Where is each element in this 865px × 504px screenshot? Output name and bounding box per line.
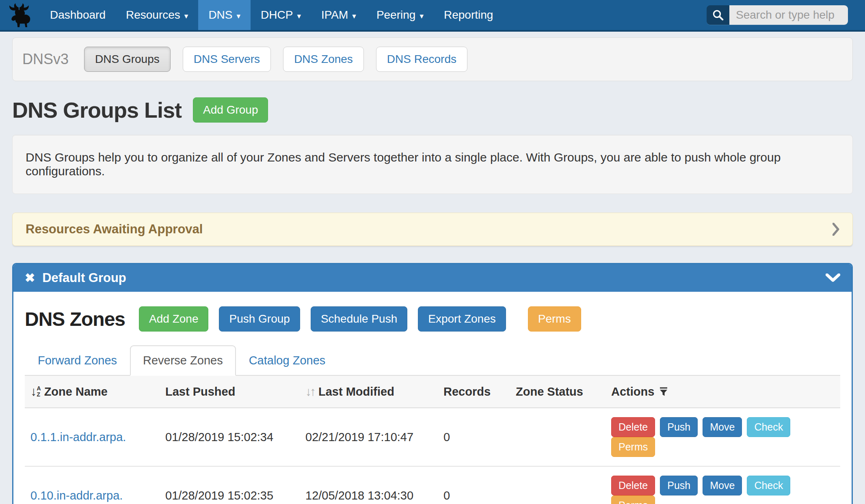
nav-item-dashboard[interactable]: Dashboard bbox=[40, 0, 116, 30]
column-last-modified[interactable]: ↓↑ Last Modified bbox=[300, 376, 438, 408]
filter-icon[interactable] bbox=[659, 387, 668, 397]
dns-zones-heading-row: DNS Zones Add Zone Push Group Schedule P… bbox=[25, 306, 840, 332]
zone-status-cell bbox=[510, 466, 606, 504]
push-zone-button[interactable]: Push bbox=[660, 476, 698, 495]
caret-down-icon: ▾ bbox=[184, 12, 188, 20]
moose-logo[interactable] bbox=[0, 0, 40, 30]
tab-catalog-zones[interactable]: Catalog Zones bbox=[236, 345, 339, 376]
zone-name-cell: 0.1.1.in-addr.arpa. bbox=[25, 408, 160, 466]
column-actions: Actions bbox=[606, 376, 840, 408]
delete-zone-button[interactable]: Delete bbox=[611, 417, 655, 437]
zone-actions-cell: DeletePushMoveCheckPerms bbox=[606, 466, 840, 504]
move-zone-button[interactable]: Move bbox=[703, 417, 742, 437]
nav-label: IPAM bbox=[321, 9, 348, 22]
push-zone-button[interactable]: Push bbox=[660, 417, 698, 437]
remove-group-icon[interactable]: ✖ bbox=[25, 272, 35, 284]
zones-table-header-row: ↓AZ Zone Name Last Pushed ↓↑ Last Modifi… bbox=[25, 376, 840, 408]
moose-icon bbox=[7, 2, 32, 28]
move-zone-button[interactable]: Move bbox=[703, 476, 742, 495]
check-zone-button[interactable]: Check bbox=[747, 417, 790, 437]
group-title: Default Group bbox=[42, 271, 126, 285]
column-label: Actions bbox=[611, 385, 654, 398]
caret-down-icon: ▾ bbox=[297, 12, 301, 20]
dnsv3-label: DNSv3 bbox=[22, 51, 69, 68]
zone-name-link[interactable]: 0.1.1.in-addr.arpa. bbox=[30, 431, 126, 444]
zones-tabs: Forward Zones Reverse Zones Catalog Zone… bbox=[25, 345, 840, 376]
column-last-pushed: Last Pushed bbox=[160, 376, 300, 408]
last-modified-cell: 12/05/2018 13:04:30 bbox=[300, 466, 438, 504]
global-search bbox=[707, 0, 848, 30]
zone-row: 0.10.in-addr.arpa.01/28/2019 15:02:3512/… bbox=[25, 466, 840, 504]
dns-records-button[interactable]: DNS Records bbox=[376, 47, 467, 72]
perms-zone-button[interactable]: Perms bbox=[611, 495, 655, 504]
caret-down-icon: ▾ bbox=[237, 12, 241, 20]
perms-zone-button[interactable]: Perms bbox=[611, 437, 655, 457]
zones-table-body: 0.1.1.in-addr.arpa.01/28/2019 15:02:3402… bbox=[25, 408, 840, 504]
chevron-down-icon[interactable] bbox=[826, 274, 840, 283]
records-cell: 0 bbox=[438, 408, 510, 466]
nav-label: Peering bbox=[376, 9, 416, 22]
zone-status-cell bbox=[510, 408, 606, 466]
zone-row: 0.1.1.in-addr.arpa.01/28/2019 15:02:3402… bbox=[25, 408, 840, 466]
nav-item-ipam[interactable]: IPAM▾ bbox=[311, 0, 366, 30]
default-group-body: DNS Zones Add Zone Push Group Schedule P… bbox=[13, 292, 852, 504]
nav-item-reporting[interactable]: Reporting bbox=[434, 0, 503, 30]
nav-label: Reporting bbox=[444, 9, 493, 22]
nav-item-resources[interactable]: Resources▾ bbox=[116, 0, 198, 30]
search-icon[interactable] bbox=[707, 5, 729, 25]
dns-zones-button[interactable]: DNS Zones bbox=[283, 47, 364, 72]
nav-item-peering[interactable]: Peering▾ bbox=[366, 0, 434, 30]
groups-description: DNS Groups help you to organize all of y… bbox=[12, 135, 853, 194]
search-input[interactable] bbox=[729, 5, 848, 25]
push-group-button[interactable]: Push Group bbox=[219, 306, 300, 332]
column-zone-status: Zone Status bbox=[510, 376, 606, 408]
last-pushed-cell: 01/28/2019 15:02:34 bbox=[160, 408, 300, 466]
column-records: Records bbox=[438, 376, 510, 408]
add-zone-button[interactable]: Add Zone bbox=[139, 306, 208, 332]
check-zone-button[interactable]: Check bbox=[747, 476, 790, 495]
zone-name-cell: 0.10.in-addr.arpa. bbox=[25, 466, 160, 504]
records-cell: 0 bbox=[438, 466, 510, 504]
chevron-right-icon bbox=[833, 223, 839, 236]
page-heading: DNS Groups List Add Group bbox=[12, 97, 853, 123]
dns-servers-button[interactable]: DNS Servers bbox=[183, 47, 271, 72]
column-label: Zone Name bbox=[44, 385, 108, 398]
schedule-push-button[interactable]: Schedule Push bbox=[311, 306, 407, 332]
sort-alpha-icon[interactable]: ↓AZ bbox=[30, 384, 41, 399]
delete-zone-button[interactable]: Delete bbox=[611, 476, 655, 495]
nav-label: Dashboard bbox=[50, 9, 106, 22]
caret-down-icon: ▾ bbox=[352, 12, 356, 20]
last-modified-cell: 02/21/2019 17:10:47 bbox=[300, 408, 438, 466]
tab-forward-zones[interactable]: Forward Zones bbox=[25, 345, 130, 376]
dns-zones-title: DNS Zones bbox=[25, 308, 125, 330]
column-zone-name[interactable]: ↓AZ Zone Name bbox=[25, 376, 160, 408]
column-label: Last Modified bbox=[318, 385, 394, 398]
column-label: Records bbox=[443, 385, 491, 398]
dns-groups-button[interactable]: DNS Groups bbox=[84, 47, 171, 72]
zone-name-link[interactable]: 0.10.in-addr.arpa. bbox=[30, 489, 123, 502]
top-navbar: Dashboard Resources▾ DNS▾ DHCP▾ IPAM▾ Pe… bbox=[0, 0, 865, 32]
nav-item-dns[interactable]: DNS▾ bbox=[198, 0, 251, 30]
main-menu: Dashboard Resources▾ DNS▾ DHCP▾ IPAM▾ Pe… bbox=[40, 0, 503, 30]
group-perms-button[interactable]: Perms bbox=[528, 306, 581, 332]
zones-table: ↓AZ Zone Name Last Pushed ↓↑ Last Modifi… bbox=[25, 376, 840, 504]
caret-down-icon: ▾ bbox=[420, 12, 424, 20]
last-pushed-cell: 01/28/2019 15:02:35 bbox=[160, 466, 300, 504]
dnsv3-toolbar: DNSv3 DNS Groups DNS Servers DNS Zones D… bbox=[12, 37, 853, 81]
default-group-header[interactable]: ✖ Default Group bbox=[13, 264, 852, 292]
page-title: DNS Groups List bbox=[12, 97, 182, 123]
nav-label: Resources bbox=[126, 9, 180, 22]
approval-panel-title: Resources Awaiting Approval bbox=[26, 222, 203, 237]
nav-label: DHCP bbox=[261, 9, 293, 22]
add-group-button[interactable]: Add Group bbox=[193, 97, 268, 123]
tab-reverse-zones[interactable]: Reverse Zones bbox=[130, 345, 236, 376]
column-label: Zone Status bbox=[516, 385, 583, 398]
column-label: Last Pushed bbox=[165, 385, 235, 398]
export-zones-button[interactable]: Export Zones bbox=[418, 306, 506, 332]
nav-label: DNS bbox=[208, 9, 232, 22]
default-group-panel: ✖ Default Group DNS Zones Add Zone Push … bbox=[12, 263, 853, 504]
sort-updown-icon[interactable]: ↓↑ bbox=[305, 385, 314, 398]
nav-item-dhcp[interactable]: DHCP▾ bbox=[251, 0, 311, 30]
resources-awaiting-approval-panel[interactable]: Resources Awaiting Approval bbox=[12, 213, 853, 246]
zone-actions-cell: DeletePushMoveCheckPerms bbox=[606, 408, 840, 466]
